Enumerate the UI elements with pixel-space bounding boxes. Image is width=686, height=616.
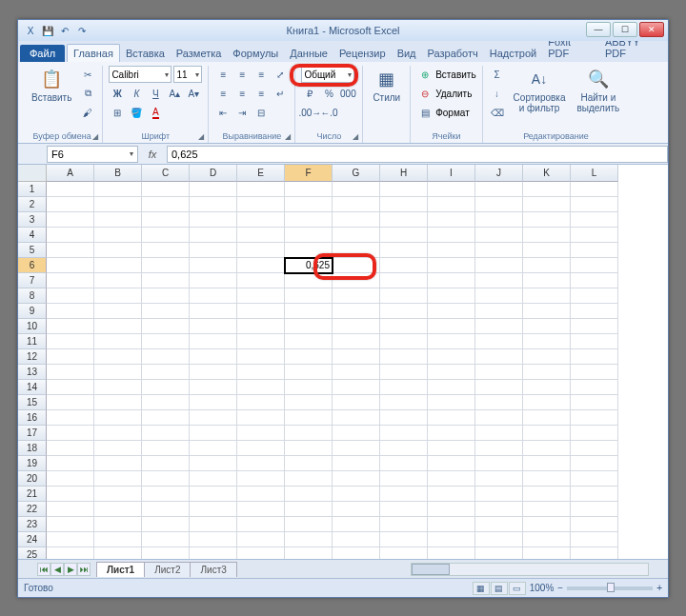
- cell[interactable]: [380, 426, 428, 441]
- cell[interactable]: [475, 243, 523, 258]
- cell[interactable]: [285, 182, 333, 197]
- cell[interactable]: [380, 380, 428, 395]
- align-left-button[interactable]: ≡: [214, 85, 232, 102]
- cell[interactable]: [571, 395, 618, 410]
- cell[interactable]: [523, 471, 571, 487]
- cell[interactable]: [475, 502, 523, 517]
- cell[interactable]: [333, 426, 380, 441]
- cell[interactable]: [190, 197, 237, 212]
- cell[interactable]: [571, 380, 618, 395]
- cell[interactable]: [333, 487, 380, 502]
- last-sheet-button[interactable]: ⏭: [77, 563, 91, 576]
- column-header[interactable]: I: [428, 165, 475, 182]
- cell[interactable]: [380, 228, 428, 243]
- cell[interactable]: [190, 471, 237, 487]
- cell[interactable]: [523, 456, 571, 471]
- cell[interactable]: [428, 212, 475, 228]
- cell[interactable]: [285, 471, 333, 487]
- cell[interactable]: [571, 487, 618, 502]
- column-header[interactable]: C: [142, 165, 190, 182]
- autosum-button[interactable]: Σ: [489, 66, 506, 83]
- cell[interactable]: [142, 456, 190, 471]
- cell[interactable]: [380, 471, 428, 487]
- cell[interactable]: [333, 365, 380, 380]
- cell[interactable]: [285, 456, 333, 471]
- cell[interactable]: [237, 471, 285, 487]
- cell[interactable]: [237, 502, 285, 517]
- sheet-tab[interactable]: Лист2: [144, 562, 191, 577]
- wrap-text-button[interactable]: ↵: [272, 85, 289, 102]
- cell[interactable]: [285, 380, 333, 395]
- cell[interactable]: [285, 334, 333, 349]
- cell[interactable]: [47, 288, 94, 304]
- tab-формулы[interactable]: Формулы: [227, 45, 284, 62]
- row-header[interactable]: 25: [18, 547, 47, 559]
- dialog-launcher-icon[interactable]: ◢: [283, 131, 293, 141]
- cell[interactable]: [190, 517, 237, 532]
- cell[interactable]: [47, 212, 94, 228]
- cell[interactable]: [190, 349, 237, 365]
- cell[interactable]: [333, 273, 380, 288]
- cell[interactable]: [94, 243, 142, 258]
- cell[interactable]: [190, 487, 237, 502]
- cell[interactable]: [571, 410, 618, 426]
- row-header[interactable]: 7: [18, 273, 47, 288]
- cell[interactable]: [237, 197, 285, 212]
- cell[interactable]: [475, 410, 523, 426]
- cell[interactable]: [333, 410, 380, 426]
- cell[interactable]: [237, 258, 285, 273]
- cell[interactable]: [190, 456, 237, 471]
- tab-данные[interactable]: Данные: [284, 45, 333, 62]
- cell[interactable]: [285, 288, 333, 304]
- cell[interactable]: [380, 349, 428, 365]
- dialog-launcher-icon[interactable]: ◢: [196, 131, 206, 141]
- cell[interactable]: [523, 228, 571, 243]
- find-select-button[interactable]: 🔍 Найти и выделить: [573, 66, 623, 115]
- cell[interactable]: [190, 502, 237, 517]
- cell[interactable]: [47, 243, 94, 258]
- cell[interactable]: [333, 212, 380, 228]
- cell[interactable]: [428, 441, 475, 456]
- cell[interactable]: [333, 304, 380, 319]
- cell[interactable]: [380, 319, 428, 334]
- cell[interactable]: [190, 258, 237, 273]
- cell[interactable]: [285, 502, 333, 517]
- paste-button[interactable]: 📋 Вставить: [28, 66, 75, 105]
- cell[interactable]: [428, 426, 475, 441]
- cell[interactable]: [285, 197, 333, 212]
- cell[interactable]: [285, 517, 333, 532]
- cell[interactable]: [523, 365, 571, 380]
- cell[interactable]: [190, 441, 237, 456]
- cell[interactable]: [475, 349, 523, 365]
- cell[interactable]: [237, 334, 285, 349]
- cell[interactable]: [523, 410, 571, 426]
- page-layout-view-button[interactable]: ▤: [491, 582, 508, 595]
- cell[interactable]: [237, 288, 285, 304]
- row-header[interactable]: 3: [18, 212, 47, 228]
- column-header[interactable]: J: [475, 165, 523, 182]
- cell[interactable]: [190, 395, 237, 410]
- cell[interactable]: [237, 456, 285, 471]
- bold-button[interactable]: Ж: [109, 85, 126, 102]
- cell[interactable]: [190, 410, 237, 426]
- cell[interactable]: 0,625: [285, 258, 333, 273]
- cell[interactable]: [142, 426, 190, 441]
- currency-button[interactable]: ₽: [301, 85, 318, 102]
- cell[interactable]: [428, 502, 475, 517]
- cell[interactable]: [523, 349, 571, 365]
- cell[interactable]: [475, 365, 523, 380]
- cell[interactable]: [94, 502, 142, 517]
- cell[interactable]: [523, 258, 571, 273]
- grow-font-button[interactable]: A▴: [166, 85, 183, 102]
- cell[interactable]: [190, 212, 237, 228]
- cell[interactable]: [333, 349, 380, 365]
- cell[interactable]: [285, 441, 333, 456]
- cell[interactable]: [380, 517, 428, 532]
- cell[interactable]: [380, 212, 428, 228]
- styles-button[interactable]: ▦ Стили: [369, 66, 404, 105]
- cell[interactable]: [475, 288, 523, 304]
- align-middle-button[interactable]: ≡: [233, 66, 251, 83]
- cell[interactable]: [285, 395, 333, 410]
- percent-button[interactable]: %: [320, 85, 337, 102]
- cell[interactable]: [190, 243, 237, 258]
